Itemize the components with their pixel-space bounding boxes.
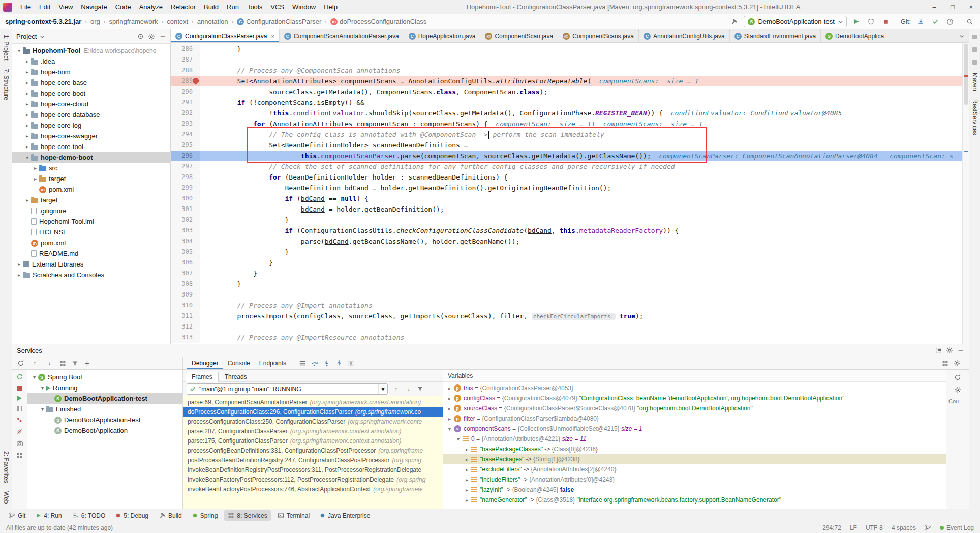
filter-icon[interactable]	[72, 360, 78, 367]
editor-scrollbar[interactable]	[962, 43, 969, 344]
line-number[interactable]: 294	[171, 129, 200, 140]
locate-file-icon[interactable]	[137, 33, 144, 40]
gear-icon[interactable]	[946, 347, 953, 354]
line-number[interactable]: 300	[171, 193, 200, 204]
code-text[interactable]: // Process any @Import annotations	[200, 300, 969, 311]
frame-up-icon[interactable]: ↑	[391, 386, 401, 393]
menu-view[interactable]: View	[54, 0, 77, 14]
mute-breakpoints-icon[interactable]	[16, 428, 23, 435]
expand-chevron-icon[interactable]: ▸	[23, 58, 31, 64]
build-icon[interactable]	[729, 17, 739, 27]
gear-icon[interactable]	[954, 386, 961, 393]
expand-chevron-icon[interactable]: ▸	[15, 261, 23, 267]
group-by-icon[interactable]	[59, 360, 66, 367]
editor-tab[interactable]: CConfigurationClassParser.java×	[171, 29, 280, 42]
code-text[interactable]: if (!componentScans.isEmpty() &&	[200, 97, 969, 108]
project-tree-item[interactable]: ▸hope-core-tool	[12, 141, 170, 152]
menu-code[interactable]: Code	[111, 0, 135, 14]
expand-chevron-icon[interactable]: ▸	[463, 477, 471, 483]
line-number[interactable]: 304	[171, 236, 200, 247]
code-line[interactable]: 293 for (AnnotationAttributes componentS…	[171, 119, 969, 129]
code-line[interactable]: 291 if (!componentScans.isEmpty() &&	[171, 97, 969, 108]
toolwindow-button-run[interactable]: 4: Run	[32, 510, 65, 521]
stack-frame-row[interactable]: invokeBeanDefinitionRegistryPostProcesso…	[183, 465, 443, 475]
editor-tab[interactable]: CStandardEnvironment.java	[730, 29, 821, 42]
stack-frame-row[interactable]: processConfigBeanDefinitions:331, Config…	[183, 446, 443, 455]
code-text[interactable]: processImports(configClass, sourceClass,…	[200, 311, 969, 321]
project-tree-item[interactable]: ▾hope-demo-boot	[12, 152, 170, 163]
variable-row[interactable]: ▸pfilter = {ConfigurationClassParser$lam…	[443, 413, 946, 424]
line-number[interactable]: 308	[171, 279, 200, 289]
git-update-icon[interactable]	[915, 17, 926, 27]
project-tree-item[interactable]: ▸hope-bom	[12, 67, 170, 77]
breakpoint-icon[interactable]	[193, 78, 199, 84]
project-panel-title[interactable]: Project	[16, 33, 37, 40]
code-text[interactable]: parse(bdCand.getBeanClassName(), holder.…	[200, 236, 969, 247]
menu-tools[interactable]: Tools	[243, 0, 266, 14]
indent-indicator[interactable]: 4 spaces	[892, 524, 916, 531]
code-line[interactable]: 308 }	[171, 279, 969, 289]
variable-row[interactable]: ▸pconfigClass = {ConfigurationClass@4079…	[443, 393, 946, 403]
editor-tab[interactable]: CComponentScanAnnotationParser.java	[280, 29, 404, 42]
service-item[interactable]: ▾Running	[27, 382, 182, 393]
resume-icon[interactable]	[17, 396, 22, 401]
code-line[interactable]: 294 // The config class is annotated wit…	[171, 129, 969, 140]
stripe-maven-button[interactable]: Maven	[971, 73, 978, 91]
expand-chevron-icon[interactable]: ▸	[32, 176, 39, 182]
tab-debugger[interactable]: Debugger	[187, 357, 223, 369]
code-line[interactable]: 312	[171, 321, 969, 332]
line-number[interactable]: 313	[171, 332, 200, 343]
project-tree-item[interactable]: LICENSE	[12, 227, 170, 238]
stack-frame-row[interactable]: parse:69, ComponentScanAnnotationParser(…	[183, 397, 443, 407]
toolwindow-button-build[interactable]: Build	[155, 510, 186, 521]
search-everywhere-icon[interactable]	[965, 17, 975, 27]
line-number[interactable]: 312	[171, 321, 200, 332]
code-line[interactable]: 288 // Process any @ComponentScan annota…	[171, 65, 969, 76]
expand-chevron-icon[interactable]: ▸	[463, 447, 471, 452]
code-line[interactable]: 299 BeanDefinition bdCand = holder.getBe…	[171, 183, 969, 193]
expand-chevron-icon[interactable]: ▾	[454, 436, 463, 442]
code-text[interactable]: }	[200, 268, 969, 279]
stripe-restservices-button[interactable]: RestServices	[971, 99, 978, 135]
expand-chevron-icon[interactable]: ▸	[23, 91, 31, 96]
step-into-icon[interactable]	[323, 360, 330, 367]
caret-position[interactable]: 294:72	[822, 524, 841, 531]
expand-chevron-icon[interactable]: ▸	[463, 457, 471, 462]
stack-frame-row[interactable]: postProcessBeanDefinitionRegistry:247, C…	[183, 455, 443, 465]
chevron-down-icon[interactable]: ▾	[378, 384, 387, 394]
hide-frames-filter-icon[interactable]	[417, 386, 423, 392]
stripe-web-button[interactable]: Web	[3, 491, 10, 504]
expand-chevron-icon[interactable]: ▸	[15, 272, 23, 278]
expand-chevron-icon[interactable]: ▸	[23, 69, 31, 75]
line-number[interactable]: 295	[171, 140, 200, 151]
code-line[interactable]: 306 }	[171, 257, 969, 268]
project-tree-item[interactable]: ▸hope-core-cloud	[12, 99, 170, 109]
code-line[interactable]: 295 Set<BeanDefinitionHolder> scannedBea…	[171, 140, 969, 151]
stack-frame-row[interactable]: processConfigurationClass:250, Configura…	[183, 417, 443, 426]
variable-row[interactable]: ▸"nameGenerator" -> {Class@3518} "interf…	[443, 495, 946, 505]
code-text[interactable]: if (ConfigurationClassUtils.checkConfigu…	[200, 225, 969, 236]
variable-row[interactable]: ▸"lazyInit" -> {Boolean@4245} false	[443, 485, 946, 495]
project-tree-item[interactable]: ▸target	[12, 173, 170, 184]
menu-run[interactable]: Run	[223, 0, 243, 14]
menu-refactor[interactable]: Refactor	[167, 0, 200, 14]
project-tree-item[interactable]: ▸hope-core-swagger	[12, 131, 170, 141]
breadcrumb-item[interactable]: spring-context-5.3.21.jar	[5, 18, 81, 25]
tool-stripe-icon[interactable]	[972, 60, 977, 65]
code-line[interactable]: 296 this.componentScanParser.parse(compo…	[171, 151, 969, 161]
code-text[interactable]: !this.conditionEvaluator.shouldSkip(sour…	[200, 108, 969, 119]
git-commit-icon[interactable]	[930, 17, 940, 27]
tab-endpoints[interactable]: Endpoints	[255, 357, 291, 369]
variable-row[interactable]: ▾0 = {AnnotationAttributes@4221} size = …	[443, 434, 946, 444]
stack-frame-row[interactable]: parse:175, ConfigurationClassParser(org.…	[183, 436, 443, 446]
expand-chevron-icon[interactable]: ▸	[463, 467, 471, 472]
variable-row[interactable]: ▸pthis = {ConfigurationClassParser@4053}	[443, 383, 946, 393]
toolwindow-button-services[interactable]: 8: Services	[224, 510, 270, 521]
menu-build[interactable]: Build	[200, 0, 223, 14]
line-ending-indicator[interactable]: LF	[850, 524, 857, 531]
variable-row[interactable]: ▸"includeFilters" -> {AnnotationAttribut…	[443, 475, 946, 485]
project-tree-item[interactable]: ▸.idea	[12, 56, 170, 67]
stripe-favorites-button[interactable]: 2: Favorites	[3, 451, 10, 483]
history-icon[interactable]	[945, 17, 955, 27]
chevron-down-icon[interactable]	[39, 34, 45, 40]
